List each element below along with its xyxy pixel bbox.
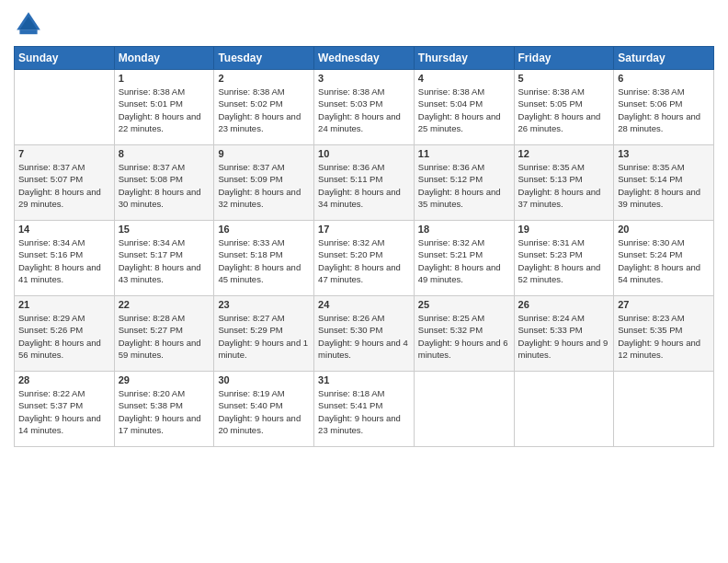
day-info: Sunrise: 8:30 AMSunset: 5:24 PMDaylight:… — [618, 236, 710, 285]
svg-rect-2 — [19, 29, 37, 34]
day-cell: 8Sunrise: 8:37 AMSunset: 5:08 PMDaylight… — [114, 145, 214, 221]
day-cell: 15Sunrise: 8:34 AMSunset: 5:17 PMDayligh… — [114, 221, 214, 296]
header — [14, 9, 714, 39]
header-cell-wednesday: Wednesday — [314, 47, 415, 70]
day-info: Sunrise: 8:34 AMSunset: 5:17 PMDaylight:… — [119, 236, 210, 285]
day-cell: 28Sunrise: 8:22 AMSunset: 5:37 PMDayligh… — [15, 372, 115, 447]
day-info: Sunrise: 8:19 AMSunset: 5:40 PMDaylight:… — [218, 387, 310, 436]
day-info: Sunrise: 8:32 AMSunset: 5:21 PMDaylight:… — [418, 236, 510, 285]
day-info: Sunrise: 8:37 AMSunset: 5:07 PMDaylight:… — [18, 161, 110, 210]
day-number: 25 — [418, 299, 510, 310]
calendar-body: 1Sunrise: 8:38 AMSunset: 5:01 PMDaylight… — [15, 70, 714, 447]
day-info: Sunrise: 8:24 AMSunset: 5:33 PMDaylight:… — [518, 312, 610, 361]
day-cell: 25Sunrise: 8:25 AMSunset: 5:32 PMDayligh… — [414, 296, 514, 372]
day-info: Sunrise: 8:36 AMSunset: 5:12 PMDaylight:… — [418, 161, 510, 210]
day-cell — [514, 372, 614, 447]
day-info: Sunrise: 8:32 AMSunset: 5:20 PMDaylight:… — [318, 236, 410, 285]
day-info: Sunrise: 8:28 AMSunset: 5:27 PMDaylight:… — [119, 312, 210, 361]
day-cell: 17Sunrise: 8:32 AMSunset: 5:20 PMDayligh… — [314, 221, 415, 296]
day-info: Sunrise: 8:33 AMSunset: 5:18 PMDaylight:… — [218, 236, 310, 285]
day-info: Sunrise: 8:38 AMSunset: 5:06 PMDaylight:… — [618, 86, 710, 134]
day-cell: 23Sunrise: 8:27 AMSunset: 5:29 PMDayligh… — [214, 296, 314, 372]
day-info: Sunrise: 8:35 AMSunset: 5:14 PMDaylight:… — [618, 161, 710, 210]
day-number: 4 — [418, 73, 510, 84]
day-number: 28 — [18, 374, 110, 385]
day-number: 9 — [218, 148, 310, 159]
week-row-3: 14Sunrise: 8:34 AMSunset: 5:16 PMDayligh… — [15, 221, 714, 296]
header-row: SundayMondayTuesdayWednesdayThursdayFrid… — [15, 47, 714, 70]
day-number: 13 — [618, 148, 710, 159]
day-cell: 7Sunrise: 8:37 AMSunset: 5:07 PMDaylight… — [15, 145, 115, 221]
day-number: 10 — [318, 148, 410, 159]
header-cell-monday: Monday — [114, 47, 214, 70]
header-cell-friday: Friday — [514, 47, 614, 70]
day-cell: 19Sunrise: 8:31 AMSunset: 5:23 PMDayligh… — [514, 221, 614, 296]
day-cell — [414, 372, 514, 447]
day-cell: 31Sunrise: 8:18 AMSunset: 5:41 PMDayligh… — [314, 372, 415, 447]
day-cell: 12Sunrise: 8:35 AMSunset: 5:13 PMDayligh… — [514, 145, 614, 221]
day-info: Sunrise: 8:20 AMSunset: 5:38 PMDaylight:… — [119, 387, 210, 436]
day-number: 12 — [518, 148, 610, 159]
day-cell: 30Sunrise: 8:19 AMSunset: 5:40 PMDayligh… — [214, 372, 314, 447]
day-info: Sunrise: 8:26 AMSunset: 5:30 PMDaylight:… — [318, 312, 410, 361]
day-number: 31 — [318, 374, 410, 385]
day-info: Sunrise: 8:38 AMSunset: 5:02 PMDaylight:… — [218, 86, 310, 134]
day-cell: 27Sunrise: 8:23 AMSunset: 5:35 PMDayligh… — [614, 296, 714, 372]
day-cell — [15, 70, 115, 145]
day-cell: 11Sunrise: 8:36 AMSunset: 5:12 PMDayligh… — [414, 145, 514, 221]
day-cell: 1Sunrise: 8:38 AMSunset: 5:01 PMDaylight… — [114, 70, 214, 145]
day-number: 16 — [218, 224, 310, 235]
day-number: 30 — [218, 374, 310, 385]
day-number: 7 — [18, 148, 110, 159]
header-cell-tuesday: Tuesday — [214, 47, 314, 70]
day-info: Sunrise: 8:23 AMSunset: 5:35 PMDaylight:… — [618, 312, 710, 361]
day-number: 3 — [318, 73, 410, 84]
day-cell: 10Sunrise: 8:36 AMSunset: 5:11 PMDayligh… — [314, 145, 415, 221]
week-row-4: 21Sunrise: 8:29 AMSunset: 5:26 PMDayligh… — [15, 296, 714, 372]
day-number: 26 — [518, 299, 610, 310]
day-cell: 26Sunrise: 8:24 AMSunset: 5:33 PMDayligh… — [514, 296, 614, 372]
day-info: Sunrise: 8:38 AMSunset: 5:04 PMDaylight:… — [418, 86, 510, 134]
header-cell-sunday: Sunday — [15, 47, 115, 70]
day-number: 23 — [218, 299, 310, 310]
day-cell: 5Sunrise: 8:38 AMSunset: 5:05 PMDaylight… — [514, 70, 614, 145]
day-cell: 9Sunrise: 8:37 AMSunset: 5:09 PMDaylight… — [214, 145, 314, 221]
day-number: 27 — [618, 299, 710, 310]
day-number: 8 — [119, 148, 210, 159]
day-number: 11 — [418, 148, 510, 159]
day-number: 14 — [18, 224, 110, 235]
day-cell: 2Sunrise: 8:38 AMSunset: 5:02 PMDaylight… — [214, 70, 314, 145]
day-info: Sunrise: 8:37 AMSunset: 5:09 PMDaylight:… — [218, 161, 310, 210]
week-row-2: 7Sunrise: 8:37 AMSunset: 5:07 PMDaylight… — [15, 145, 714, 221]
header-cell-saturday: Saturday — [614, 47, 714, 70]
calendar-table: SundayMondayTuesdayWednesdayThursdayFrid… — [14, 46, 714, 447]
logo-icon — [14, 9, 43, 39]
page: SundayMondayTuesdayWednesdayThursdayFrid… — [0, 0, 728, 563]
day-number: 22 — [119, 299, 210, 310]
day-cell: 29Sunrise: 8:20 AMSunset: 5:38 PMDayligh… — [114, 372, 214, 447]
day-cell: 18Sunrise: 8:32 AMSunset: 5:21 PMDayligh… — [414, 221, 514, 296]
day-info: Sunrise: 8:22 AMSunset: 5:37 PMDaylight:… — [18, 387, 110, 436]
day-cell: 16Sunrise: 8:33 AMSunset: 5:18 PMDayligh… — [214, 221, 314, 296]
day-info: Sunrise: 8:29 AMSunset: 5:26 PMDaylight:… — [18, 312, 110, 361]
header-cell-thursday: Thursday — [414, 47, 514, 70]
day-info: Sunrise: 8:27 AMSunset: 5:29 PMDaylight:… — [218, 312, 310, 361]
day-info: Sunrise: 8:35 AMSunset: 5:13 PMDaylight:… — [518, 161, 610, 210]
day-info: Sunrise: 8:34 AMSunset: 5:16 PMDaylight:… — [18, 236, 110, 285]
day-info: Sunrise: 8:37 AMSunset: 5:08 PMDaylight:… — [119, 161, 210, 210]
day-cell: 14Sunrise: 8:34 AMSunset: 5:16 PMDayligh… — [15, 221, 115, 296]
day-number: 18 — [418, 224, 510, 235]
day-number: 29 — [119, 374, 210, 385]
day-number: 6 — [618, 73, 710, 84]
day-info: Sunrise: 8:38 AMSunset: 5:05 PMDaylight:… — [518, 86, 610, 134]
day-cell: 3Sunrise: 8:38 AMSunset: 5:03 PMDaylight… — [314, 70, 415, 145]
day-cell: 21Sunrise: 8:29 AMSunset: 5:26 PMDayligh… — [15, 296, 115, 372]
day-number: 5 — [518, 73, 610, 84]
week-row-5: 28Sunrise: 8:22 AMSunset: 5:37 PMDayligh… — [15, 372, 714, 447]
day-info: Sunrise: 8:31 AMSunset: 5:23 PMDaylight:… — [518, 236, 610, 285]
calendar-header: SundayMondayTuesdayWednesdayThursdayFrid… — [15, 47, 714, 70]
day-number: 1 — [119, 73, 210, 84]
day-cell: 13Sunrise: 8:35 AMSunset: 5:14 PMDayligh… — [614, 145, 714, 221]
day-info: Sunrise: 8:38 AMSunset: 5:03 PMDaylight:… — [318, 86, 410, 134]
day-cell: 4Sunrise: 8:38 AMSunset: 5:04 PMDaylight… — [414, 70, 514, 145]
